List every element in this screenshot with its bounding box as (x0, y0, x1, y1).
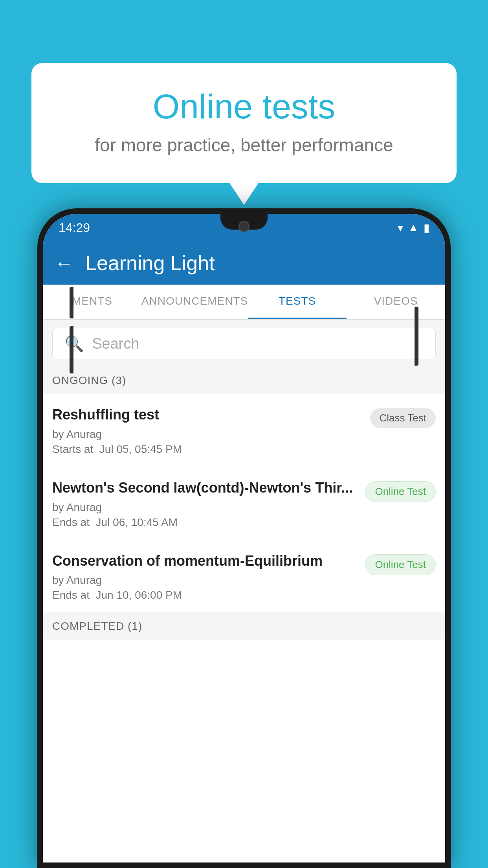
app-title: Learning Light (85, 251, 215, 275)
back-button[interactable]: ← (55, 252, 73, 274)
test-info: Conservation of momentum-Equilibrium by … (52, 552, 357, 602)
test-author: by Anurag (52, 501, 357, 514)
volume-down-button (70, 287, 73, 318)
test-name: Newton's Second law(contd)-Newton's Thir… (52, 479, 357, 497)
app-bar: ← Learning Light (43, 241, 445, 285)
test-date: Ends at Jul 06, 10:45 AM (52, 516, 357, 529)
test-author: by Anurag (52, 428, 362, 441)
test-badge-online: Online Test (365, 481, 436, 502)
tabs-bar: MENTS ANNOUNCEMENTS TESTS VIDEOS (43, 285, 445, 320)
tab-announcements[interactable]: ANNOUNCEMENTS (141, 285, 248, 319)
signal-icon: ▲ (408, 221, 419, 234)
tab-ments[interactable]: MENTS (43, 285, 141, 319)
promo-title: Online tests (63, 86, 425, 127)
tab-tests[interactable]: TESTS (248, 285, 347, 319)
promo-card: Online tests for more practice, better p… (31, 63, 457, 183)
completed-section-label: COMPLETED (1) (43, 613, 445, 640)
promo-subtitle: for more practice, better performance (63, 134, 425, 156)
search-icon: 🔍 (64, 335, 84, 353)
test-name: Reshuffling test (52, 406, 362, 424)
test-item[interactable]: Conservation of momentum-Equilibrium by … (43, 540, 445, 613)
status-icons: ▾ ▲ ▮ (398, 221, 429, 234)
phone-screen: 14:29 ▾ ▲ ▮ ← Learning Light MENTS ANNOU… (43, 214, 445, 862)
phone-notch (220, 214, 268, 230)
phone-frame: 14:29 ▾ ▲ ▮ ← Learning Light MENTS ANNOU… (37, 208, 451, 868)
status-time: 14:29 (59, 221, 90, 235)
test-item[interactable]: Reshuffling test by Anurag Starts at Jul… (43, 394, 445, 467)
search-placeholder: Search (92, 335, 139, 352)
test-date: Ends at Jun 10, 06:00 PM (52, 589, 357, 601)
test-name: Conservation of momentum-Equilibrium (52, 552, 357, 570)
wifi-icon: ▾ (398, 221, 403, 234)
ongoing-section-label: ONGOING (3) (43, 367, 445, 394)
test-author: by Anurag (52, 574, 357, 587)
search-container: 🔍 Search (43, 320, 445, 367)
search-bar[interactable]: 🔍 Search (52, 328, 436, 359)
power-button (415, 307, 418, 366)
test-list: Reshuffling test by Anurag Starts at Jul… (43, 394, 445, 862)
test-info: Newton's Second law(contd)-Newton's Thir… (52, 479, 357, 529)
test-item[interactable]: Newton's Second law(contd)-Newton's Thir… (43, 467, 445, 540)
battery-icon: ▮ (424, 221, 429, 234)
test-badge-online: Online Test (365, 554, 436, 575)
tab-videos[interactable]: VIDEOS (347, 285, 445, 319)
front-camera (238, 221, 250, 232)
test-date: Starts at Jul 05, 05:45 PM (52, 443, 362, 456)
test-info: Reshuffling test by Anurag Starts at Jul… (52, 406, 362, 456)
volume-up-button (70, 326, 73, 373)
test-badge-class: Class Test (370, 408, 436, 428)
